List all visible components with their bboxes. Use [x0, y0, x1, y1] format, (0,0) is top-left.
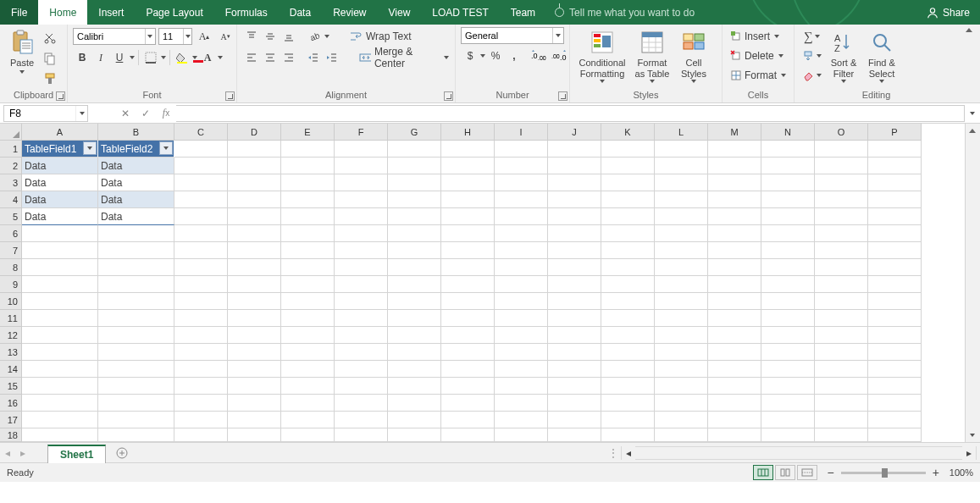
cell[interactable]: Data [98, 158, 174, 174]
sort-filter-button[interactable]: AZ Sort & Filter [825, 27, 862, 85]
bold-button[interactable]: B [73, 48, 91, 67]
name-box-input[interactable] [4, 108, 75, 119]
tab-formulas[interactable]: Formulas [214, 0, 279, 25]
namebox-dd[interactable] [75, 106, 87, 121]
col-header[interactable]: N [761, 124, 815, 141]
row-header[interactable]: 2 [0, 158, 22, 174]
col-header[interactable]: O [815, 124, 868, 141]
insert-cells-button[interactable]: Insert [728, 27, 783, 46]
zoom-out-button[interactable]: − [827, 466, 833, 479]
cell[interactable]: Data [98, 174, 174, 191]
row-header[interactable]: 14 [0, 361, 22, 378]
row-header[interactable]: 10 [0, 293, 22, 310]
conditional-formatting-button[interactable]: Conditional Formatting [575, 27, 629, 85]
sheet-nav-next[interactable]: ▸ [15, 445, 30, 462]
col-header[interactable]: C [174, 124, 228, 141]
clipboard-dialog-launcher[interactable] [56, 91, 65, 101]
tab-split-handle[interactable]: ⋮ [611, 445, 616, 462]
row-header[interactable]: 15 [0, 378, 22, 395]
row-header[interactable]: 4 [0, 191, 22, 208]
format-painter-button[interactable] [41, 69, 59, 88]
row-header[interactable]: 1 [0, 141, 22, 158]
autosum-button[interactable]: ∑ [800, 27, 825, 46]
decrease-decimal-button[interactable]: .00.0 [549, 47, 569, 65]
borders-dd[interactable] [160, 56, 167, 59]
col-header[interactable]: G [388, 124, 441, 141]
wrap-text-button[interactable]: Wrap Text [344, 27, 417, 46]
col-header[interactable]: M [708, 124, 761, 141]
fill-button[interactable] [800, 47, 825, 65]
row-header[interactable]: 16 [0, 395, 22, 412]
col-header[interactable]: J [548, 124, 601, 141]
format-cells-button[interactable]: Format [728, 66, 789, 85]
copy-button[interactable] [41, 49, 59, 68]
col-header[interactable]: D [228, 124, 281, 141]
tab-loadtest[interactable]: LOAD TEST [421, 0, 499, 25]
font-name-combo[interactable] [73, 28, 156, 45]
align-top-button[interactable] [242, 27, 261, 46]
select-all-corner[interactable] [0, 124, 22, 141]
scroll-up-button[interactable] [966, 124, 979, 137]
vertical-scrollbar[interactable] [965, 124, 980, 442]
comma-format-button[interactable]: , [505, 47, 523, 65]
fontcolor-dd[interactable] [217, 56, 224, 59]
row-header[interactable]: 17 [0, 412, 22, 428]
decrease-font-button[interactable]: A▾ [216, 27, 235, 46]
tab-review[interactable]: Review [322, 0, 377, 25]
fill-dd[interactable] [191, 56, 198, 59]
zoom-in-button[interactable]: + [933, 466, 939, 479]
row-header[interactable]: 12 [0, 327, 22, 344]
cut-button[interactable] [41, 29, 59, 47]
increase-decimal-button[interactable]: .0.00 [529, 47, 549, 65]
row-header[interactable]: 7 [0, 242, 22, 259]
number-format-input[interactable] [462, 30, 552, 41]
row-header[interactable]: 3 [0, 174, 22, 191]
horizontal-scrollbar[interactable]: ◂ ▸ [621, 446, 977, 460]
col-header[interactable]: B [98, 124, 174, 141]
col-header[interactable]: L [655, 124, 708, 141]
tab-view[interactable]: View [378, 0, 422, 25]
filter-button[interactable] [159, 141, 173, 155]
font-color-button[interactable]: A [198, 48, 217, 67]
find-select-button[interactable]: Find & Select [862, 27, 901, 85]
delete-cells-button[interactable]: Delete [728, 47, 787, 65]
alignment-dialog-launcher[interactable] [444, 91, 453, 101]
tab-home[interactable]: Home [38, 0, 87, 25]
tab-data[interactable]: Data [279, 0, 322, 25]
enter-formula-button[interactable]: ✓ [136, 104, 156, 123]
page-break-view-button[interactable] [797, 465, 817, 480]
paste-button[interactable]: Paste [5, 27, 39, 75]
expand-formula-bar[interactable] [965, 112, 980, 115]
tab-page-layout[interactable]: Page Layout [135, 0, 213, 25]
col-header[interactable]: F [335, 124, 388, 141]
acct-dd[interactable] [479, 54, 486, 58]
zoom-knob[interactable] [882, 468, 888, 478]
orient-dd[interactable] [324, 35, 330, 38]
percent-format-button[interactable]: % [486, 47, 505, 65]
tell-me-search[interactable]: Tell me what you want to do [546, 0, 703, 25]
cell[interactable]: Data [98, 208, 174, 225]
cancel-formula-button[interactable]: ✕ [115, 104, 136, 123]
number-format-combo[interactable] [461, 27, 564, 44]
font-dialog-launcher[interactable] [225, 91, 235, 101]
underline-button[interactable]: U [110, 48, 129, 67]
cell[interactable]: Data [22, 208, 98, 225]
font-size-input[interactable] [159, 31, 183, 41]
cell[interactable]: Data [22, 191, 98, 208]
row-header[interactable]: 9 [0, 276, 22, 293]
number-dialog-launcher[interactable] [558, 91, 568, 101]
row-header[interactable]: 18 [0, 428, 22, 442]
col-header[interactable]: K [601, 124, 655, 141]
orientation-button[interactable]: ab [305, 27, 324, 46]
cell[interactable]: Data [22, 158, 98, 174]
font-size-combo[interactable] [158, 28, 192, 45]
underline-dd[interactable] [129, 56, 136, 59]
row-header[interactable]: 13 [0, 344, 22, 361]
accounting-format-button[interactable]: $ [461, 47, 479, 65]
sheet-nav-prev[interactable]: ◂ [0, 445, 15, 462]
row-header[interactable]: 5 [0, 208, 22, 225]
increase-indent-button[interactable] [323, 48, 341, 67]
col-header[interactable]: H [441, 124, 495, 141]
table-header-cell[interactable]: TableField1 [22, 141, 98, 158]
increase-font-button[interactable]: A▴ [195, 27, 213, 46]
